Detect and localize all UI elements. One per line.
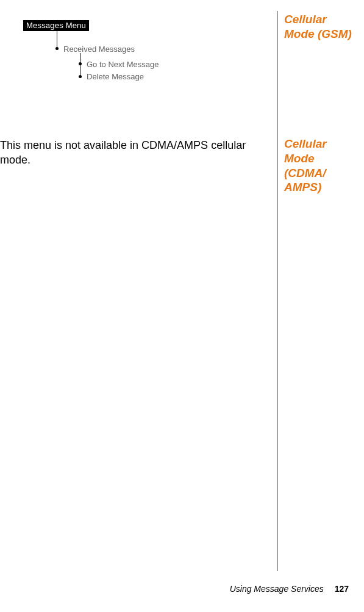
menu-root-label: Messages Menu (23, 20, 89, 31)
menu-item-received: Received Messages (63, 45, 135, 54)
footer-page-number: 127 (335, 584, 349, 594)
sidebar-heading-gsm: Cellular Mode (GSM) (284, 12, 357, 41)
menu-tree: Messages Menu Received Messages Go to Ne… (23, 20, 89, 31)
page-footer: Using Message Services 127 (230, 584, 349, 594)
menu-item-delete: Delete Message (87, 72, 144, 81)
sidebar-heading-cdma: Cellular Mode (CDMA/ AMPS) (284, 137, 357, 195)
vertical-divider (277, 11, 277, 571)
body-paragraph: This menu is not available in CDMA/AMPS … (0, 138, 268, 168)
bullet-icon (79, 62, 82, 65)
tree-connector (57, 31, 57, 48)
footer-section: Using Message Services (230, 584, 324, 594)
menu-item-next: Go to Next Message (87, 60, 159, 69)
bullet-icon (79, 75, 82, 78)
bullet-icon (55, 47, 59, 50)
